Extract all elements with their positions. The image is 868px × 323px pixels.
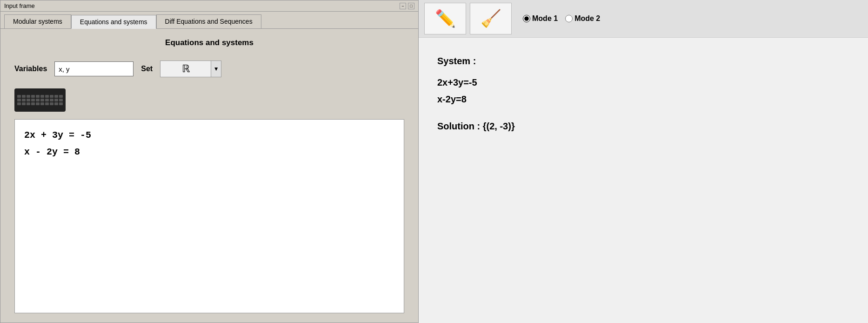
mode2-option[interactable]: Mode 2 — [565, 14, 600, 23]
set-dropdown-arrow[interactable]: ▼ — [211, 61, 221, 77]
tab-modular[interactable]: Modular systems — [4, 14, 71, 28]
equation-box[interactable]: 2x + 3y = -5 x - 2y = 8 — [14, 119, 404, 313]
mode1-option[interactable]: Mode 1 — [523, 14, 558, 23]
tab-diff[interactable]: Diff Equations and Sequences — [156, 14, 261, 28]
window-title: Input frame — [4, 2, 35, 9]
maximize-button[interactable]: □ — [408, 3, 414, 9]
section-title: Equations and systems — [14, 38, 404, 47]
result-eq2: x-2y=8 — [437, 91, 849, 108]
variables-label: Variables — [14, 65, 47, 73]
right-content: System : 2x+3y=-5 x-2y=8 Solution : {(2,… — [419, 38, 868, 149]
left-panel: Input frame − □ Modular systems Equation… — [0, 0, 419, 323]
set-value-display: ℝ — [160, 61, 211, 77]
pencil-button[interactable]: ✏️ — [424, 3, 466, 34]
keyboard-button[interactable] — [14, 88, 66, 112]
minimize-button[interactable]: − — [400, 3, 406, 9]
variables-row: Variables Set ℝ ▼ — [14, 61, 404, 77]
tab-bar: Modular systems Equations and systems Di… — [0, 12, 418, 29]
set-label: Set — [141, 65, 153, 73]
keyboard-icon — [17, 95, 63, 105]
title-bar: Input frame − □ — [0, 0, 418, 12]
system-equations: 2x+3y=-5 x-2y=8 — [437, 74, 849, 108]
solution-line: Solution : {(2, -3)} — [437, 117, 849, 135]
result-eq1: 2x+3y=-5 — [437, 74, 849, 91]
variables-input[interactable] — [54, 61, 134, 76]
set-select-wrapper: ℝ ▼ — [160, 61, 221, 77]
mode1-label: Mode 1 — [532, 14, 558, 23]
broom-icon: 🧹 — [481, 9, 501, 28]
broom-button[interactable]: 🧹 — [470, 3, 512, 34]
mode-group: Mode 1 Mode 2 — [523, 14, 600, 23]
right-toolbar: ✏️ 🧹 Mode 1 Mode 2 — [419, 0, 868, 38]
system-label: System : — [437, 52, 849, 70]
title-bar-buttons: − □ — [400, 3, 414, 9]
equation-line-1: 2x + 3y = -5 — [24, 127, 394, 144]
right-panel: ✏️ 🧹 Mode 1 Mode 2 System : 2x+3y=-5 x-2… — [419, 0, 868, 323]
mode2-radio[interactable] — [565, 15, 573, 22]
pencil-icon: ✏️ — [435, 9, 456, 28]
mode2-label: Mode 2 — [574, 14, 600, 23]
tab-equations[interactable]: Equations and systems — [71, 15, 156, 29]
equation-line-2: x - 2y = 8 — [24, 144, 394, 161]
content-area: Equations and systems Variables Set ℝ ▼ … — [0, 29, 418, 323]
mode1-radio[interactable] — [523, 15, 530, 22]
